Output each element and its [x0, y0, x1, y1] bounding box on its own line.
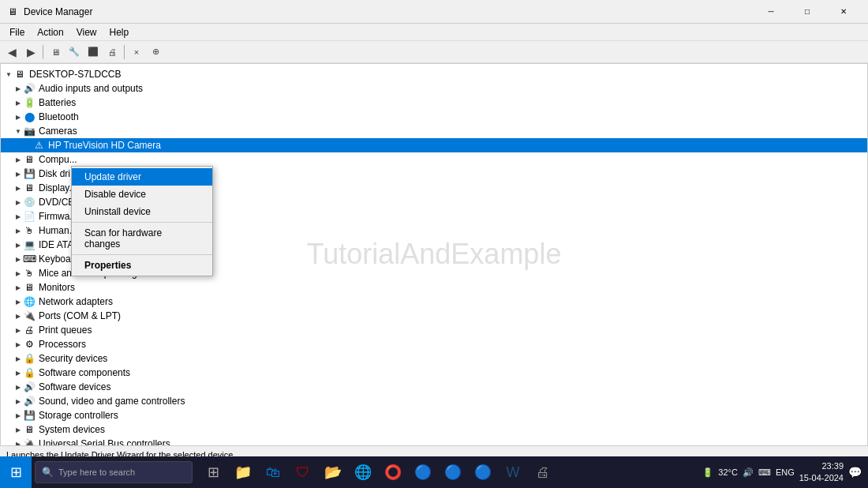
disable-button[interactable]: ⬛ — [84, 43, 102, 61]
sound-chevron: ▶ — [13, 398, 23, 405]
taskbar-app-chrome2[interactable]: 🔵 — [439, 458, 467, 486]
menu-help[interactable]: Help — [103, 24, 136, 41]
forward-button[interactable]: ▶ — [22, 43, 39, 61]
taskbar-app-edge[interactable]: 🌐 — [349, 458, 377, 486]
tree-item-usb[interactable]: ▶ 🔌 Universal Serial Bus controllers — [1, 437, 867, 445]
usb-chevron: ▶ — [13, 441, 23, 446]
title-bar: 🖥 Device Manager ─ □ ✕ — [0, 0, 868, 24]
taskbar-system: 🔋 32°C 🔊 ⌨ ENG 23:39 15-04-2024 💬 — [696, 460, 868, 485]
softwaredev-chevron: ▶ — [13, 384, 23, 391]
tree-item-processors[interactable]: ▶ ⚙ Processors — [1, 337, 867, 351]
context-menu-properties[interactable]: Properties — [72, 257, 212, 274]
context-menu-disable-device[interactable]: Disable device — [72, 186, 212, 203]
tree-item-monitors[interactable]: ▶ 🖥 Monitors — [1, 280, 867, 295]
bluetooth-icon: ⬤ — [23, 111, 36, 123]
taskbar-search[interactable]: 🔍 Type here to search — [35, 461, 193, 483]
network-label: Network adapters — [39, 296, 113, 307]
hpcamera-label: HP TrueVision HD Camera — [48, 140, 161, 151]
computers-chevron: ▶ — [13, 156, 23, 163]
ports-icon: 🔌 — [23, 310, 36, 322]
usb-label: Universal Serial Bus controllers — [39, 438, 170, 445]
audio-label: Audio inputs and outputs — [39, 83, 143, 94]
processors-label: Processors — [39, 339, 86, 350]
menu-file[interactable]: File — [3, 24, 31, 41]
tree-item-audio[interactable]: ▶ 🔊 Audio inputs and outputs — [1, 81, 867, 96]
tree-item-cameras[interactable]: ▼ 📷 Cameras — [1, 124, 867, 138]
batteries-chevron: ▶ — [13, 99, 23, 107]
taskbar-date: 15-04-2024 — [799, 472, 844, 484]
taskbar-app-shield[interactable]: 🛡 — [289, 458, 317, 486]
softwarecomp-chevron: ▶ — [13, 370, 23, 377]
ideata-icon: 💻 — [23, 238, 36, 251]
add-hardware-button[interactable]: ⊕ — [147, 43, 164, 61]
search-icon: 🔍 — [42, 467, 54, 478]
menu-view[interactable]: View — [70, 24, 103, 41]
main-area: ▼ 🖥 DESKTOP-S7LDCCB ▶ 🔊 Audio inputs and… — [0, 63, 868, 445]
taskbar-volume-icon: 🔊 — [743, 467, 754, 478]
uninstall-button[interactable]: 🖨 — [103, 43, 121, 61]
network-chevron: ▶ — [13, 298, 23, 306]
taskbar-app-widgets[interactable]: ⊞ — [199, 458, 227, 486]
tree-item-system[interactable]: ▶ 🖥 System devices — [1, 422, 867, 437]
taskbar-app-explorer[interactable]: 📂 — [319, 458, 347, 486]
softwaredev-label: Software devices — [39, 381, 110, 392]
context-menu-scan-hardware[interactable]: Scan for hardware changes — [72, 224, 212, 253]
audio-chevron: ▶ — [13, 85, 23, 92]
taskbar-app-chrome3[interactable]: 🔵 — [469, 458, 497, 486]
print-icon: 🖨 — [23, 324, 36, 336]
bluetooth-label: Bluetooth — [39, 111, 79, 122]
toolbar-separator-2 — [124, 45, 125, 59]
tree-item-batteries[interactable]: ▶ 🔋 Batteries — [1, 96, 867, 110]
tree-item-storage[interactable]: ▶ 💾 Storage controllers — [1, 408, 867, 422]
taskbar-app-chrome[interactable]: 🔵 — [409, 458, 437, 486]
tree-item-bluetooth[interactable]: ▶ ⬤ Bluetooth — [1, 110, 867, 124]
tree-item-hpcamera[interactable]: ⚠ HP TrueVision HD Camera — [1, 138, 867, 152]
properties-button[interactable]: 🖥 — [47, 43, 64, 61]
security-label: Security devices — [39, 353, 107, 364]
minimize-button[interactable]: ─ — [753, 0, 789, 24]
tree-item-sound[interactable]: ▶ 🔊 Sound, video and game controllers — [1, 394, 867, 408]
tree-item-softwarecomp[interactable]: ▶ 🔒 Software components — [1, 366, 867, 380]
taskbar-clock: 23:39 15-04-2024 — [799, 460, 844, 485]
maximize-button[interactable]: □ — [789, 0, 825, 24]
tree-item-softwaredev[interactable]: ▶ 🔊 Software devices — [1, 380, 867, 394]
sound-icon: 🔊 — [23, 395, 36, 407]
taskbar-language: ENG — [776, 467, 795, 477]
computers-icon: 🖥 — [23, 153, 36, 166]
context-menu-separator-1 — [72, 222, 212, 223]
computers-label: Compu... — [39, 154, 77, 165]
taskbar-app-files[interactable]: 📁 — [229, 458, 257, 486]
taskbar-time: 23:39 — [799, 460, 844, 472]
root-chevron: ▼ — [4, 71, 13, 78]
taskbar: ⊞ 🔍 Type here to search ⊞ 📁 🛍 🛡 📂 🌐 ⭕ 🔵 … — [0, 456, 868, 488]
taskbar-notification-icon[interactable]: 💬 — [848, 466, 862, 479]
tree-item-ports[interactable]: ▶ 🔌 Ports (COM & LPT) — [1, 309, 867, 323]
softwaredev-icon: 🔊 — [23, 381, 36, 393]
storage-chevron: ▶ — [13, 412, 23, 419]
taskbar-app-store[interactable]: 🛍 — [259, 458, 287, 486]
tree-item-computers[interactable]: ▶ 🖥 Compu... — [1, 152, 867, 167]
taskbar-app-word[interactable]: W — [499, 458, 527, 486]
menu-action[interactable]: Action — [31, 24, 69, 41]
tree-item-network[interactable]: ▶ 🌐 Network adapters — [1, 295, 867, 309]
close-button[interactable]: ✕ — [825, 0, 862, 24]
context-menu-uninstall-device[interactable]: Uninstall device — [72, 203, 212, 220]
context-menu-update-driver[interactable]: Update driver — [72, 168, 212, 186]
softwarecomp-icon: 🔒 — [23, 366, 36, 379]
taskbar-app-opera[interactable]: ⭕ — [379, 458, 407, 486]
taskbar-app-print[interactable]: 🖨 — [529, 458, 557, 486]
device-tree-wrapper: ▼ 🖥 DESKTOP-S7LDCCB ▶ 🔊 Audio inputs and… — [0, 63, 868, 445]
windows-icon: ⊞ — [10, 464, 22, 481]
display-icon: 🖥 — [23, 182, 36, 194]
context-menu: Update driver Disable device Uninstall d… — [71, 166, 213, 276]
tree-root[interactable]: ▼ 🖥 DESKTOP-S7LDCCB — [1, 67, 867, 81]
start-button[interactable]: ⊞ — [0, 456, 32, 488]
tree-item-security[interactable]: ▶ 🔒 Security devices — [1, 351, 867, 366]
monitors-chevron: ▶ — [13, 284, 23, 291]
taskbar-keyboard-icon: ⌨ — [758, 467, 771, 478]
network-icon: 🌐 — [23, 295, 36, 308]
tree-item-print[interactable]: ▶ 🖨 Print queues — [1, 323, 867, 337]
scan-button[interactable]: × — [128, 43, 145, 61]
back-button[interactable]: ◀ — [3, 43, 21, 61]
update-driver-button[interactable]: 🔧 — [65, 43, 83, 61]
